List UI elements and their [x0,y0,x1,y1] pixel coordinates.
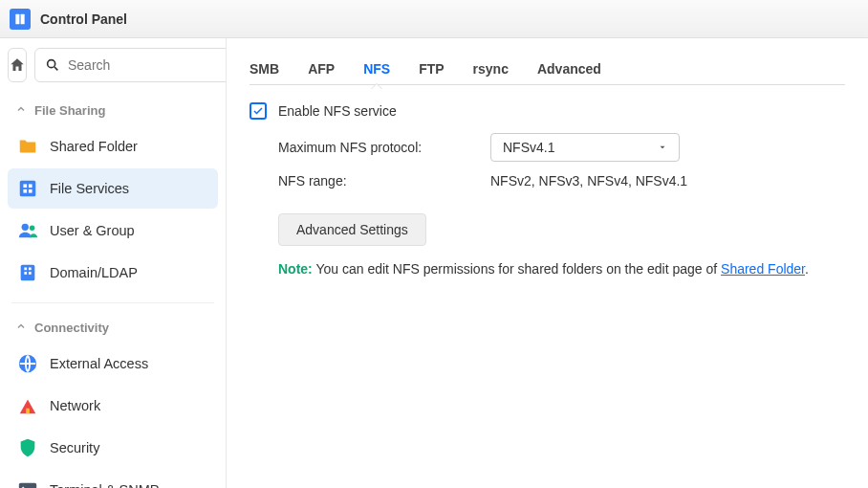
group-file-sharing[interactable]: File Sharing [8,96,218,124]
svg-point-10 [30,226,35,232]
sidebar-item-label: File Services [50,181,129,196]
enable-nfs-checkbox[interactable] [250,102,267,120]
users-icon [17,220,38,241]
svg-line-3 [54,67,57,70]
svg-rect-0 [15,13,19,24]
tab-rsync[interactable]: rsync [473,54,509,84]
divider [11,302,214,303]
svg-rect-1 [21,13,25,24]
sidebar-item-label: Security [50,440,99,455]
enable-nfs-label: Enable NFS service [278,103,397,119]
chevron-up-icon [15,101,27,119]
domain-icon [17,262,38,283]
sidebar-item-shared-folder[interactable]: Shared Folder [8,126,218,166]
svg-point-9 [22,224,29,231]
svg-rect-15 [29,272,32,275]
note-suffix: . [805,261,809,277]
group-label: File Sharing [34,103,105,118]
sidebar-item-label: User & Group [50,223,135,238]
sidebar-item-security[interactable]: Security [8,428,218,468]
max-protocol-label: Maximum NFS protocol: [278,140,490,155]
chevron-up-icon [15,319,27,336]
note-text: You can edit NFS permissions for shared … [313,261,721,277]
sidebar-item-label: Shared Folder [50,139,138,154]
group-label: Connectivity [34,321,109,335]
svg-rect-5 [23,184,27,188]
chevron-down-icon [658,143,667,152]
sidebar-item-terminal-snmp[interactable]: Terminal & SNMP [8,470,218,488]
svg-point-2 [48,60,55,68]
sidebar-item-label: Terminal & SNMP [50,482,159,488]
network-icon [17,395,38,416]
sidebar-item-external-access[interactable]: External Access [8,344,218,384]
globe-icon [17,353,38,374]
svg-rect-4 [20,181,36,197]
svg-rect-8 [29,189,33,193]
shield-icon [17,437,38,458]
nfs-range-label: NFS range: [278,173,490,189]
shared-folder-link[interactable]: Shared Folder [721,261,805,277]
svg-rect-6 [29,184,33,188]
home-button[interactable] [8,48,27,82]
advanced-settings-button[interactable]: Advanced Settings [278,213,426,246]
svg-rect-12 [24,268,27,271]
app-icon [10,9,31,30]
app-header: Control Panel [0,0,868,38]
svg-rect-14 [24,272,27,275]
svg-rect-17 [26,409,30,414]
search-icon [45,57,60,73]
dropdown-value: NFSv4.1 [503,140,554,155]
svg-rect-18 [19,483,36,488]
app-title: Control Panel [40,11,127,27]
sidebar-item-user-group[interactable]: User & Group [8,211,218,251]
max-protocol-dropdown[interactable]: NFSv4.1 [490,133,680,162]
sidebar-item-domain-ldap[interactable]: Domain/LDAP [8,253,218,293]
home-icon [9,56,26,74]
sidebar-item-label: Domain/LDAP [50,265,138,280]
note-row: Note: You can edit NFS permissions for s… [250,261,845,277]
group-connectivity[interactable]: Connectivity [8,313,218,342]
tab-smb[interactable]: SMB [250,54,279,84]
svg-rect-13 [29,268,32,271]
check-icon [252,105,264,117]
tab-nfs[interactable]: NFS [363,54,390,84]
sidebar-item-label: External Access [50,356,148,371]
content-panel: SMB AFP NFS FTP rsync Advanced Enable NF… [227,38,868,488]
search-input[interactable] [68,57,227,73]
file-services-icon [17,178,38,199]
sidebar-item-file-services[interactable]: File Services [8,168,218,209]
sidebar-item-label: Network [50,398,100,413]
svg-rect-7 [23,189,27,193]
tabs: SMB AFP NFS FTP rsync Advanced [250,54,845,85]
note-label: Note: [278,261,313,277]
svg-rect-11 [21,265,35,281]
sidebar: File Sharing Shared Folder File Services… [0,38,227,488]
terminal-icon [17,479,38,488]
sidebar-item-network[interactable]: Network [8,386,218,426]
nfs-range-value: NFSv2, NFSv3, NFSv4, NFSv4.1 [490,173,687,189]
search-box[interactable] [34,48,227,82]
tab-afp[interactable]: AFP [308,54,335,84]
folder-icon [17,136,38,157]
tab-ftp[interactable]: FTP [419,54,444,84]
tab-advanced[interactable]: Advanced [537,54,601,84]
